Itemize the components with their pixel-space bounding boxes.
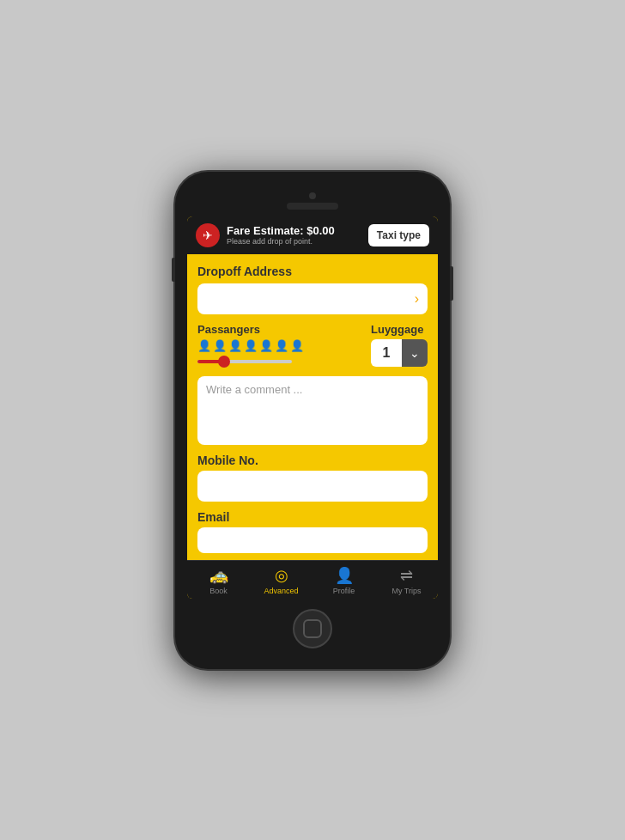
profile-icon: 👤 [335,566,354,585]
side-button-right [450,266,453,301]
comment-input[interactable]: Write a comment ... [197,376,428,445]
taxi-type-button[interactable]: Taxi type [368,224,429,247]
passengers-luggage-row: Passangers 👤 👤 👤 👤 👤 👤 👤 [197,323,428,368]
passenger-icons: 👤 👤 👤 👤 👤 👤 👤 [197,339,371,352]
dropoff-label: Dropoff Address [197,265,428,278]
home-button[interactable] [293,609,332,648]
passengers-section: Passangers 👤 👤 👤 👤 👤 👤 👤 [197,323,371,368]
luggage-count: 1 [371,339,402,367]
dropoff-input[interactable]: › [197,283,428,314]
home-button-inner [303,619,322,638]
tab-my-trips-label: My Trips [391,587,421,595]
tab-profile[interactable]: 👤 Profile [312,561,375,599]
tab-advanced-label: Advanced [264,587,298,595]
tab-profile-label: Profile [333,587,355,595]
chevron-right-icon: › [415,291,419,307]
luggage-label: Luyggage [371,323,423,336]
tab-book[interactable]: 🚕 Book [187,561,250,599]
camera [309,192,316,199]
person-icon-1: 👤 [197,339,211,352]
book-icon: 🚕 [209,566,228,585]
content-area: Dropoff Address › Passangers 👤 👤 👤 👤 👤 👤… [187,254,438,560]
header-bar: ✈ Fare Estimate: $0.00 Please add drop o… [187,216,438,254]
passengers-slider[interactable] [197,356,292,368]
tab-advanced[interactable]: ◎ Advanced [250,561,312,599]
mobile-label: Mobile No. [197,453,428,467]
plane-icon: ✈ [203,228,213,242]
fare-title: Fare Estimate: $0.00 [227,224,335,237]
mobile-input[interactable] [197,471,428,502]
person-icon-4: 👤 [244,339,258,352]
slider-thumb [218,356,230,368]
fare-icon: ✈ [196,223,220,247]
person-icon-7: 👤 [290,339,304,352]
luggage-dropdown-button[interactable]: ⌄ [402,339,428,367]
phone-frame: ✈ Fare Estimate: $0.00 Please add drop o… [175,172,450,669]
my-trips-icon: ⇌ [400,566,413,585]
person-icon-6: 👤 [275,339,288,352]
fare-subtitle: Please add drop of point. [227,237,335,246]
slider-track [197,360,292,363]
person-icon-3: 👤 [228,339,242,352]
email-input[interactable] [197,527,428,553]
fare-text: Fare Estimate: $0.00 Please add drop of … [227,224,335,246]
phone-bottom [187,599,438,657]
luggage-control: 1 ⌄ [371,339,428,367]
advanced-icon: ◎ [275,566,288,585]
phone-screen: ✈ Fare Estimate: $0.00 Please add drop o… [187,216,438,599]
passengers-label: Passangers [197,323,371,336]
tab-book-label: Book [209,587,228,595]
fare-info: ✈ Fare Estimate: $0.00 Please add drop o… [196,223,335,247]
speaker [287,203,338,210]
tab-my-trips[interactable]: ⇌ My Trips [375,561,438,599]
phone-top [187,184,438,216]
luggage-section: Luyggage 1 ⌄ [371,323,428,367]
email-label: Email [197,510,428,524]
side-button-left [172,258,175,282]
person-icon-5: 👤 [259,339,273,352]
person-icon-2: 👤 [213,339,227,352]
tab-bar: 🚕 Book ◎ Advanced 👤 Profile ⇌ My Trips [187,560,438,599]
